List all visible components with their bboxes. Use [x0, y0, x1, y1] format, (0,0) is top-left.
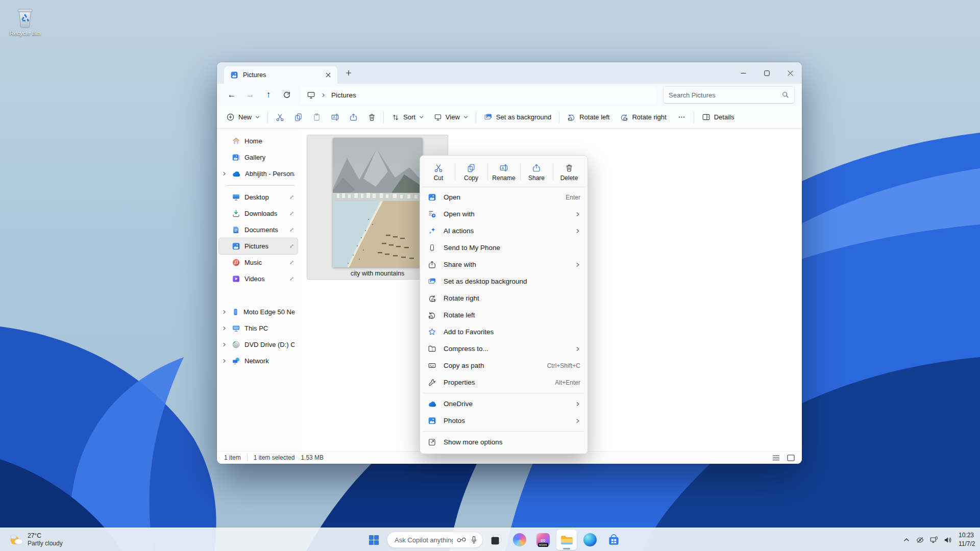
maximize-button[interactable] — [755, 62, 778, 84]
tab-strip: Pictures — [217, 62, 802, 84]
menu-item-rotate-right[interactable]: Rotate right — [422, 290, 585, 307]
recycle-bin-desktop-icon[interactable]: Recycle Bin — [6, 6, 44, 36]
sidebar-item-this-pc[interactable]: This PC — [219, 320, 298, 336]
pictures-tab-icon — [230, 71, 238, 79]
copy-button[interactable] — [289, 109, 307, 126]
tray-network-icon[interactable] — [927, 532, 941, 548]
sidebar-item-network[interactable]: Network — [219, 353, 298, 369]
onedrive-icon — [427, 400, 437, 407]
edge-app-icon[interactable] — [580, 530, 600, 550]
close-button[interactable] — [778, 62, 802, 84]
file-explorer-app-icon[interactable] — [556, 530, 577, 550]
more-options-button[interactable] — [673, 109, 691, 126]
search-input[interactable] — [669, 91, 778, 99]
menu-item-open[interactable]: Open Enter — [422, 189, 585, 206]
expand-chevron-icon[interactable] — [221, 171, 228, 176]
search-icon[interactable] — [782, 91, 789, 98]
expand-chevron-icon[interactable] — [221, 326, 228, 331]
menu-item-share-with[interactable]: Share with — [422, 256, 585, 273]
sidebar-item-moto-edge[interactable]: Moto Edge 50 Neo — [219, 304, 298, 320]
tab-pictures[interactable]: Pictures — [224, 66, 337, 84]
menu-item-set-desktop-background[interactable]: Set as desktop background — [422, 273, 585, 290]
expand-chevron-icon[interactable] — [221, 342, 228, 347]
menu-item-copy-as-path[interactable]: Copy as path Ctrl+Shift+C — [422, 357, 585, 374]
sidebar-item-documents[interactable]: Documents — [219, 222, 298, 238]
minimize-button[interactable] — [731, 62, 755, 84]
share-icon — [532, 163, 541, 172]
quick-delete-button[interactable]: Delete — [553, 158, 585, 187]
menu-item-photos[interactable]: Photos — [422, 412, 585, 429]
tray-eye-slash-icon[interactable] — [913, 532, 927, 548]
m365-copilot-app-icon[interactable]: ∞M365 — [533, 530, 553, 550]
sort-button[interactable]: Sort — [386, 109, 429, 126]
view-button[interactable]: View — [429, 109, 473, 126]
menu-item-add-to-favorites[interactable]: Add to Favorites — [422, 323, 585, 340]
sidebar-item-onedrive-personal[interactable]: Abhijith - Personal — [219, 166, 298, 182]
rotate-left-button[interactable]: Rotate left — [562, 109, 615, 126]
share-with-icon — [427, 260, 437, 269]
thumbnail-view-icon[interactable] — [787, 455, 795, 461]
sidebar-item-music[interactable]: Music — [219, 255, 298, 270]
taskbar-center: Ask Copilot anything ∞M365 — [363, 530, 624, 550]
forward-icon[interactable]: → — [241, 86, 259, 104]
quick-share-button[interactable]: Share — [520, 158, 553, 187]
quick-rename-button[interactable]: A Rename — [487, 158, 520, 187]
new-button[interactable]: New — [221, 109, 265, 126]
weather-temperature: 27°C — [28, 532, 63, 540]
cut-button[interactable] — [271, 109, 289, 126]
rename-button[interactable]: A — [326, 109, 344, 126]
breadcrumb[interactable]: Pictures — [301, 86, 656, 104]
tray-clock[interactable]: 10:23 11/7/2 — [959, 531, 980, 548]
quick-copy-button[interactable]: Copy — [455, 158, 487, 187]
sidebar-item-dvd-drive[interactable]: DVD Drive (D:) CCC — [219, 337, 298, 353]
details-button[interactable]: Details — [697, 109, 740, 126]
file-thumbnail[interactable] — [333, 138, 423, 267]
toolbar-separator — [476, 112, 476, 123]
delete-button[interactable] — [362, 109, 381, 126]
sidebar-item-gallery[interactable]: Gallery — [219, 149, 298, 165]
sidebar-item-pictures[interactable]: Pictures — [219, 238, 298, 254]
microphone-icon[interactable] — [471, 536, 477, 544]
share-button[interactable] — [344, 109, 362, 126]
status-separator — [247, 454, 248, 461]
start-button[interactable] — [363, 530, 384, 550]
paste-button[interactable] — [307, 109, 326, 126]
set-as-background-button[interactable]: Set as background — [479, 109, 556, 126]
menu-item-open-with[interactable]: Open with — [422, 206, 585, 222]
paste-icon — [312, 113, 321, 121]
sidebar-item-downloads[interactable]: Downloads — [219, 206, 298, 221]
svg-text:A: A — [502, 165, 505, 170]
pictures-icon — [232, 242, 240, 251]
menu-item-onedrive[interactable]: OneDrive — [422, 395, 585, 412]
copilot-search-box[interactable]: Ask Copilot anything — [387, 532, 483, 548]
menu-item-properties[interactable]: Properties Alt+Enter — [422, 374, 585, 391]
list-view-icon[interactable] — [772, 455, 780, 461]
microsoft-store-app-icon[interactable] — [603, 530, 624, 550]
menu-item-rotate-left[interactable]: Rotate left — [422, 307, 585, 323]
menu-item-send-to-phone[interactable]: Send to My Phone — [422, 239, 585, 256]
up-icon[interactable]: ↑ — [260, 86, 277, 104]
task-view-icon[interactable] — [486, 530, 506, 550]
sidebar-item-desktop[interactable]: Desktop — [219, 189, 298, 205]
menu-item-compress-to[interactable]: Compress to... — [422, 340, 585, 357]
tab-close-icon[interactable] — [322, 69, 334, 81]
new-tab-button[interactable] — [342, 67, 355, 79]
weather-widget[interactable]: 27°C Partly cloudy — [5, 528, 67, 551]
tray-chevron-up-icon[interactable] — [899, 532, 913, 548]
quick-cut-button[interactable]: Cut — [422, 158, 455, 187]
context-menu: Cut Copy A Rename Share Delete — [420, 155, 588, 454]
sidebar-item-videos[interactable]: Videos — [219, 271, 298, 287]
refresh-icon[interactable] — [278, 86, 296, 104]
back-icon[interactable]: ← — [223, 86, 240, 104]
expand-chevron-icon[interactable] — [221, 359, 228, 363]
copilot-app-icon[interactable] — [509, 530, 530, 550]
expand-chevron-icon[interactable] — [221, 310, 228, 314]
menu-item-ai-actions[interactable]: AI actions — [422, 222, 585, 239]
sidebar-item-home[interactable]: Home — [219, 133, 298, 149]
show-more-icon — [427, 438, 437, 446]
rotate-right-button[interactable]: Rotate right — [615, 109, 671, 126]
gallery-icon — [232, 153, 240, 162]
tray-volume-icon[interactable] — [941, 532, 954, 548]
rename-icon: A — [331, 113, 339, 121]
menu-item-show-more-options[interactable]: Show more options — [422, 434, 585, 450]
